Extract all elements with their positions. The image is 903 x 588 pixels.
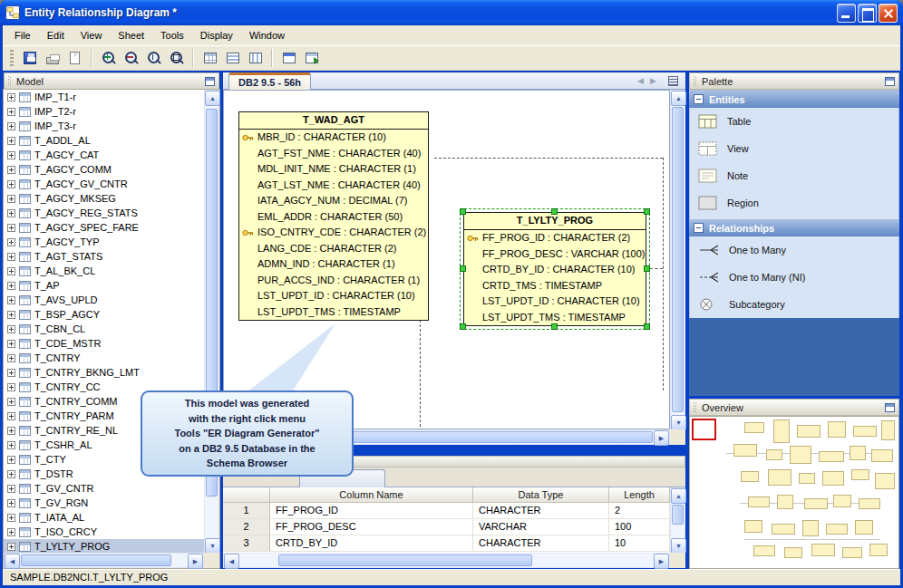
float-panel-icon[interactable] [205,77,215,86]
expand-icon[interactable] [7,427,15,435]
expand-icon[interactable] [7,224,15,232]
zoom-in-button[interactable] [98,48,119,69]
scroll-up-icon[interactable]: ▲ [671,488,686,504]
float-panel-icon[interactable] [885,403,895,412]
scroll-down-icon[interactable]: ▼ [671,415,686,430]
relationship-line[interactable] [663,158,664,390]
row-number-header[interactable] [223,487,270,503]
expand-icon[interactable] [7,514,15,522]
expand-icon[interactable] [7,470,15,478]
palette-item-one-to-many[interactable]: One to Many [689,236,899,264]
collapse-icon[interactable] [694,94,704,104]
canvas-vertical-scrollbar[interactable]: ▲ ▼ [670,90,685,429]
tree-item[interactable]: T_AGCY_MKSEG [4,191,204,206]
tree-item[interactable]: T_AGCY_GV_CNTR [4,177,204,191]
expand-icon[interactable] [7,238,15,246]
selection-handle[interactable] [644,265,650,272]
tree-item[interactable]: T_AGCY_SPEC_FARE [4,220,204,235]
expand-icon[interactable] [7,383,15,391]
zoom-out-button[interactable] [121,48,141,69]
tile-rows-button[interactable] [222,48,243,69]
selection-handle[interactable] [644,208,650,215]
entity-column[interactable]: FF_PROG_ID : CHARACTER (2) [464,230,646,246]
tree-item[interactable]: T_AGCY_REG_STATS [4,206,204,220]
table-row[interactable]: 3 CRTD_BY_ID CHARACTER 10 [223,535,670,552]
expand-icon[interactable] [7,499,15,507]
collapse-icon[interactable] [694,223,704,233]
entity-column[interactable]: PUR_ACCS_IND : CHARACTER (1) [239,273,428,289]
palette-item-table[interactable]: Table [689,108,899,135]
details-vertical-scrollbar[interactable]: ▲ ▼ [670,487,685,553]
sheet-tab[interactable]: DB2 9.5 - 56h [228,72,311,90]
tree-item[interactable]: T_ISO_CRCY [4,525,204,539]
expand-icon[interactable] [7,137,15,145]
expand-icon[interactable] [7,296,15,304]
relationship-line[interactable] [434,158,663,159]
scroll-up-icon[interactable]: ▲ [205,91,220,106]
table-row[interactable]: 1 FF_PROG_ID CHARACTER 2 [223,503,670,519]
entity-column[interactable]: MBR_ID : CHARACTER (10) [239,130,428,146]
tile-columns-button[interactable] [245,48,266,69]
expand-icon[interactable] [7,369,15,377]
tree-item[interactable]: T_GV_CNTR [4,481,204,496]
entity-title[interactable]: T_WAD_AGT [239,112,428,130]
tree-item[interactable]: IMP_T3-r [4,119,204,133]
entity-column[interactable]: MDL_INIT_NME : CHARACTER (1) [239,161,428,178]
expand-icon[interactable] [7,412,15,420]
selection-handle[interactable] [551,208,558,215]
entity-column[interactable]: LANG_CDE : CHARACTER (2) [239,241,428,257]
tree-item[interactable]: T_GV_RGN [4,496,204,510]
entity-column[interactable]: IATA_AGCY_NUM : DECIMAL (7) [239,193,428,209]
entity-column[interactable]: LST_UPDT_TMS : TIMESTAMP [239,304,428,321]
entity-t-wad-agt[interactable]: T_WAD_AGT MBR_ID : CHARACTER (10) AGT_FS… [238,111,429,321]
scrollbar-thumb[interactable] [278,554,532,566]
expand-icon[interactable] [7,398,15,406]
menu-item[interactable]: View [73,27,111,43]
callout-bubble[interactable]: This model was generated with the right … [141,390,354,477]
save-button[interactable] [19,48,40,69]
entity-title[interactable]: T_LYLTY_PROG [464,213,646,230]
scroll-right-icon[interactable]: ▶ [654,554,669,569]
entity-column[interactable]: EML_ADDR : CHARACTER (50) [239,209,428,226]
tree-horizontal-scrollbar[interactable]: ◀ ▶ [4,553,204,568]
tree-item[interactable]: T_IATA_AL [4,510,204,525]
scroll-left-icon[interactable]: ◀ [5,554,20,569]
tree-item[interactable]: T_CNTRY_BKNG_LMT [4,365,204,380]
palette-item-note[interactable]: Note [689,162,899,189]
tree-item[interactable]: T_AP [4,278,204,293]
panel-grip[interactable] [694,402,697,412]
print-button[interactable] [42,48,63,69]
entity-t-lylty-prog[interactable]: T_LYLTY_PROG FF_PROG_ID : CHARACTER (2) … [463,212,646,326]
tab-scroll-right-icon[interactable]: ▶ [650,76,656,85]
entity-column[interactable]: CRTD_BY_ID : CHARACTER (10) [464,262,646,278]
maximize-button[interactable] [858,4,877,23]
length-header[interactable]: Length [609,487,670,503]
scroll-down-icon[interactable]: ▼ [205,538,220,554]
tree-item[interactable]: T_AGCY_CAT [4,148,204,162]
palette-item-one-to-many-ni[interactable]: One to Many (NI) [689,264,899,291]
expand-icon[interactable] [7,151,15,159]
entities-section-header[interactable]: Entities [689,91,899,108]
expand-icon[interactable] [7,441,15,449]
minimize-button[interactable] [837,4,856,23]
zoom-original-button[interactable] [143,48,164,69]
scroll-right-icon[interactable]: ▶ [654,430,669,446]
model-panel-header[interactable]: Model [4,72,219,90]
selection-handle[interactable] [460,323,466,330]
expand-icon[interactable] [7,93,15,101]
expand-icon[interactable] [7,340,15,348]
expand-icon[interactable] [7,122,15,130]
relationship-line[interactable] [420,320,421,427]
tree-item[interactable]: IMP_T1-r [4,90,204,104]
expand-icon[interactable] [7,209,15,217]
tab-list-icon[interactable] [668,76,678,86]
overview-thumbnail[interactable] [689,416,899,569]
tree-item[interactable]: T_LYLTY_PROG [4,539,204,553]
expand-icon[interactable] [7,282,15,290]
tree-item[interactable]: T_CDE_MSTR [4,336,204,351]
scroll-up-icon[interactable]: ▲ [671,91,686,106]
panel-grip[interactable] [8,76,12,86]
expand-icon[interactable] [7,253,15,261]
scrollbar-thumb[interactable] [21,554,171,566]
details-horizontal-scrollbar[interactable]: ◀ ▶ [223,553,670,568]
